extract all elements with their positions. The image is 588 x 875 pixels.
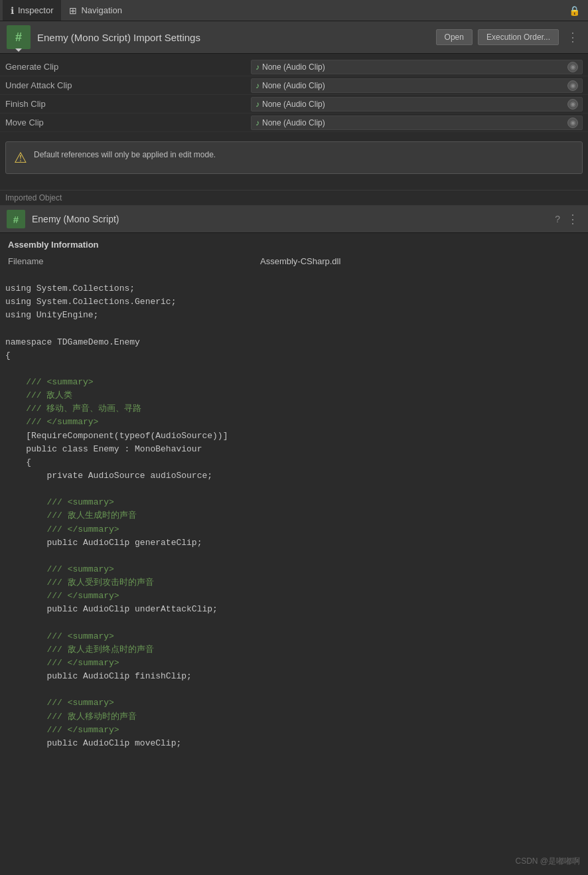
header-more-button[interactable]: ⋮ (564, 30, 581, 44)
finish-clip-text: None (Audio Clip) (262, 100, 325, 109)
tab-navigation[interactable]: ⊞ Navigation (61, 0, 129, 21)
field-row-under-attack-clip: Under Attack Clip ♪ None (Audio Clip) ◉ (0, 76, 588, 95)
field-row-finish-clip: Finish Clip ♪ None (Audio Clip) ◉ (0, 95, 588, 114)
assembly-title: Assembly Information (8, 240, 580, 250)
import-settings-header: # Enemy (Mono Script) Import Settings Op… (0, 21, 588, 54)
fields-section: Generate Clip ♪ None (Audio Clip) ◉ Unde… (0, 54, 588, 136)
tab-navigation-label: Navigation (81, 5, 121, 15)
help-button[interactable]: ? (555, 214, 560, 224)
under-attack-clip-label: Under Attack Clip (5, 80, 251, 90)
move-clip-select-btn[interactable]: ◉ (567, 118, 578, 128)
music-icon-2: ♪ (256, 81, 259, 90)
assembly-filename-label: Filename (8, 256, 260, 266)
generate-clip-label: Generate Clip (5, 62, 251, 72)
music-icon-1: ♪ (256, 62, 259, 72)
header-right: Open Execution Order... ⋮ (436, 29, 581, 45)
field-row-move-clip: Move Clip ♪ None (Audio Clip) ◉ (0, 114, 588, 132)
imported-object-label: Imported Object (0, 190, 588, 206)
tab-inspector[interactable]: ℹ Inspector (3, 0, 61, 21)
warning-text: Default references will only be applied … (34, 149, 216, 161)
finish-clip-select-btn[interactable]: ◉ (567, 99, 578, 110)
field-row-generate-clip: Generate Clip ♪ None (Audio Clip) ◉ (0, 58, 588, 76)
warning-icon: ⚠ (14, 149, 27, 167)
script-icon-large: # (7, 25, 31, 49)
code-block: using System.Collections; using System.C… (0, 274, 588, 763)
inspector-icon: ℹ (11, 5, 14, 16)
finish-clip-value[interactable]: ♪ None (Audio Clip) ◉ (251, 97, 583, 112)
assembly-section: Assembly Information Filename Assembly-C… (0, 233, 588, 274)
component-actions: ? ⋮ (555, 212, 581, 226)
import-settings-title: Enemy (Mono Script) Import Settings (37, 32, 200, 43)
assembly-filename-value: Assembly-CSharp.dll (260, 256, 340, 266)
component-more-button[interactable]: ⋮ (564, 212, 581, 226)
finish-clip-label: Finish Clip (5, 99, 251, 109)
move-clip-value[interactable]: ♪ None (Audio Clip) ◉ (251, 116, 583, 130)
under-attack-clip-value[interactable]: ♪ None (Audio Clip) ◉ (251, 78, 583, 93)
tab-bar: ℹ Inspector ⊞ Navigation 🔒 (0, 0, 588, 21)
generate-clip-text: None (Audio Clip) (262, 62, 325, 72)
script-icon-small: # (7, 210, 25, 228)
open-button[interactable]: Open (436, 29, 473, 45)
move-clip-text: None (Audio Clip) (262, 118, 325, 127)
generate-clip-value[interactable]: ♪ None (Audio Clip) ◉ (251, 60, 583, 74)
navigation-icon: ⊞ (69, 5, 77, 16)
execution-order-button[interactable]: Execution Order... (478, 29, 559, 45)
header-left: # Enemy (Mono Script) Import Settings (7, 25, 200, 49)
under-attack-clip-text: None (Audio Clip) (262, 81, 325, 90)
spacer (0, 179, 588, 190)
under-attack-clip-select-btn[interactable]: ◉ (567, 80, 578, 91)
tab-inspector-label: Inspector (18, 5, 53, 15)
music-icon-4: ♪ (256, 118, 259, 127)
warning-box: ⚠ Default references will only be applie… (5, 141, 583, 174)
component-title: Enemy (Mono Script) (32, 214, 548, 224)
lock-icon[interactable]: 🔒 (569, 5, 580, 16)
assembly-filename-row: Filename Assembly-CSharp.dll (8, 255, 580, 268)
music-icon-3: ♪ (256, 100, 259, 109)
component-header: # Enemy (Mono Script) ? ⋮ (0, 206, 588, 233)
generate-clip-select-btn[interactable]: ◉ (567, 62, 578, 72)
move-clip-label: Move Clip (5, 118, 251, 127)
watermark: CSDN @是嘟嘟啊 (515, 856, 580, 867)
